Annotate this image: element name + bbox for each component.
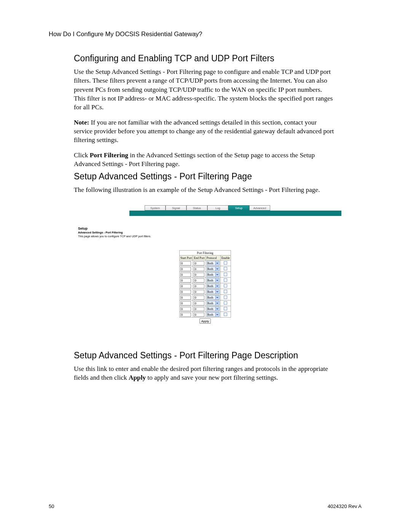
- doc-id: 4024320 Rev A: [328, 503, 362, 509]
- table-row: Both: [180, 312, 231, 318]
- col-startport: Start Port: [180, 256, 193, 260]
- table-row: Both: [180, 272, 231, 278]
- note-label: Note:: [74, 119, 89, 126]
- table-row: Both: [180, 306, 231, 312]
- section1-para1: Use the Setup Advanced Settings - Port F…: [74, 67, 334, 112]
- enable-checkbox[interactable]: [224, 267, 227, 270]
- col-endport: End Port: [193, 256, 206, 260]
- table-row: Both: [180, 283, 231, 289]
- chevron-down-icon: [215, 278, 219, 282]
- setup-header-block: Setup Advanced Settings - Port Filtering…: [78, 227, 151, 238]
- p3b: Apply: [129, 374, 146, 381]
- start-port-input[interactable]: [180, 307, 191, 311]
- end-port-input[interactable]: [194, 313, 204, 317]
- chevron-down-icon: [215, 290, 219, 294]
- setup-desc: This page allows you to configure TCP an…: [78, 235, 151, 238]
- tab-setup[interactable]: Setup: [228, 205, 249, 211]
- table-caption: Port Filtering: [180, 251, 231, 256]
- protocol-select[interactable]: Both: [207, 301, 220, 305]
- start-port-input[interactable]: [180, 290, 191, 294]
- start-port-input[interactable]: [180, 301, 191, 305]
- end-port-input[interactable]: [194, 290, 204, 294]
- end-port-input[interactable]: [194, 296, 204, 300]
- tab-system[interactable]: System: [145, 205, 166, 211]
- table-row: Both: [180, 278, 231, 283]
- table-row: Both: [180, 295, 231, 300]
- setup-subtitle: Advanced Settings - Port Filtering: [78, 231, 151, 234]
- enable-checkbox[interactable]: [224, 278, 227, 282]
- protocol-select[interactable]: Both: [207, 295, 220, 300]
- enable-checkbox[interactable]: [224, 290, 227, 293]
- page-header: How Do I Configure My DOCSIS Residential…: [49, 30, 202, 38]
- end-port-input[interactable]: [194, 261, 204, 265]
- section2-heading: Setup Advanced Settings - Port Filtering…: [74, 171, 334, 182]
- end-port-input[interactable]: [194, 267, 204, 271]
- section3-para: Use this link to enter and enable the de…: [74, 364, 334, 382]
- protocol-select[interactable]: Both: [207, 261, 220, 265]
- table-row: Both: [180, 300, 231, 306]
- end-port-input[interactable]: [194, 284, 204, 288]
- chevron-down-icon: [215, 261, 219, 265]
- protocol-select[interactable]: Both: [207, 272, 220, 277]
- enable-checkbox[interactable]: [224, 284, 227, 288]
- table-row: Both: [180, 260, 231, 266]
- protocol-select[interactable]: Both: [207, 289, 220, 294]
- enable-checkbox[interactable]: [224, 273, 227, 276]
- end-port-input[interactable]: [194, 278, 204, 283]
- section3-heading: Setup Advanced Settings - Port Filtering…: [74, 350, 334, 361]
- section1-note: Note: If you are not familiar with the a…: [74, 118, 334, 145]
- port-filtering-table: Port Filtering Start Port End Port Proto…: [179, 250, 231, 324]
- section1-para3: Click Port Filtering in the Advanced Set…: [74, 151, 334, 169]
- protocol-select[interactable]: Both: [207, 312, 220, 317]
- chevron-down-icon: [215, 313, 219, 316]
- end-port-input[interactable]: [194, 307, 204, 311]
- col-protocol: Protocol: [206, 256, 220, 260]
- setup-title: Setup: [78, 227, 151, 230]
- chevron-down-icon: [215, 267, 219, 271]
- chevron-down-icon: [215, 284, 219, 288]
- section1-heading: Configuring and Enabling TCP and UDP Por…: [74, 53, 334, 64]
- tab-advanced[interactable]: Advanced: [249, 205, 270, 211]
- protocol-select[interactable]: Both: [207, 284, 220, 288]
- start-port-input[interactable]: [180, 273, 191, 277]
- tab-log[interactable]: Log: [207, 205, 228, 211]
- table-row: Both: [180, 266, 231, 272]
- enable-checkbox[interactable]: [224, 301, 227, 305]
- section2-para: The following illustration is an example…: [74, 185, 334, 194]
- end-port-input[interactable]: [194, 273, 204, 277]
- tab-signal[interactable]: Signal: [166, 205, 186, 211]
- enable-checkbox[interactable]: [224, 307, 227, 310]
- note-text: If you are not familiar with the advance…: [74, 119, 334, 144]
- chevron-down-icon: [215, 307, 219, 311]
- col-enable: Enable: [220, 256, 231, 260]
- end-port-input[interactable]: [194, 301, 204, 305]
- start-port-input[interactable]: [180, 313, 191, 317]
- protocol-select[interactable]: Both: [207, 267, 220, 271]
- enable-checkbox[interactable]: [224, 261, 227, 265]
- start-port-input[interactable]: [180, 284, 191, 288]
- tab-underline-bar: [129, 211, 341, 216]
- tab-status[interactable]: Status: [186, 205, 207, 211]
- p3-b: Port Filtering: [90, 152, 128, 159]
- enable-checkbox[interactable]: [224, 313, 227, 316]
- apply-button[interactable]: Apply: [199, 318, 211, 324]
- p3c: to apply and save your new port filterin…: [146, 374, 278, 381]
- chevron-down-icon: [215, 301, 219, 305]
- start-port-input[interactable]: [180, 296, 191, 300]
- chevron-down-icon: [215, 273, 219, 276]
- protocol-select[interactable]: Both: [207, 307, 220, 311]
- tab-bar: System Signal Status Log Setup Advanced: [145, 205, 270, 211]
- start-port-input[interactable]: [180, 278, 191, 283]
- table-row: Both: [180, 289, 231, 295]
- protocol-select[interactable]: Both: [207, 278, 220, 283]
- chevron-down-icon: [215, 296, 219, 299]
- start-port-input[interactable]: [180, 267, 191, 271]
- page-number: 50: [49, 503, 54, 509]
- start-port-input[interactable]: [180, 261, 191, 265]
- enable-checkbox[interactable]: [224, 296, 227, 299]
- p3-a: Click: [74, 152, 90, 159]
